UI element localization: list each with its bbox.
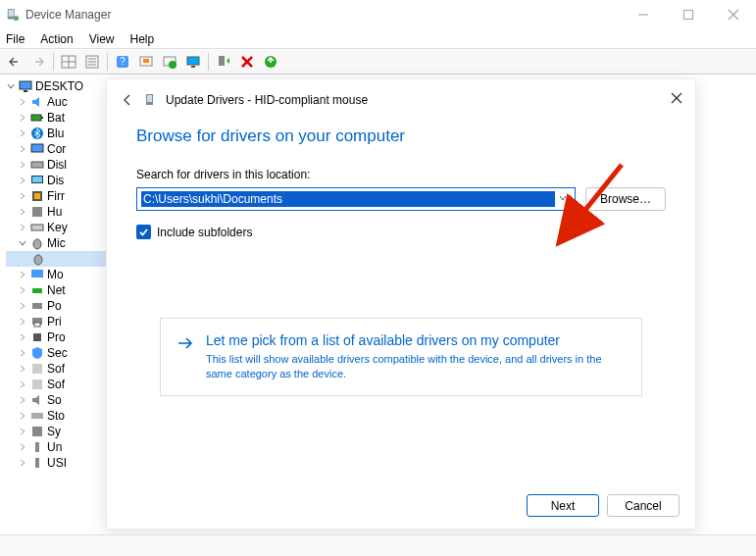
monitor-button[interactable] bbox=[182, 51, 204, 73]
chevron-right-icon bbox=[18, 317, 27, 327]
display-icon bbox=[30, 174, 44, 187]
window-titlebar: Device Manager bbox=[0, 0, 756, 29]
keyboard-icon bbox=[30, 221, 44, 234]
scan-button[interactable] bbox=[135, 51, 157, 73]
menu-action[interactable]: Action bbox=[40, 32, 73, 46]
browse-button[interactable]: Browse… bbox=[585, 187, 666, 211]
dialog-close-button[interactable] bbox=[666, 87, 687, 109]
svg-rect-28 bbox=[31, 115, 41, 121]
status-bar bbox=[0, 534, 756, 556]
storage-icon bbox=[30, 409, 44, 423]
option-title: Let me pick from a list of available dri… bbox=[206, 332, 624, 348]
dialog-footer: Next Cancel bbox=[527, 494, 680, 517]
pick-from-list-option[interactable]: Let me pick from a list of available dri… bbox=[160, 318, 642, 396]
driver-path-input[interactable] bbox=[141, 191, 555, 207]
chevron-right-icon bbox=[18, 160, 27, 170]
cancel-button[interactable]: Cancel bbox=[607, 494, 680, 517]
chevron-right-icon bbox=[18, 379, 27, 389]
svg-rect-43 bbox=[32, 303, 42, 309]
chevron-right-icon bbox=[18, 411, 27, 421]
printer-icon bbox=[30, 315, 44, 329]
monitor-icon bbox=[30, 268, 44, 281]
chevron-right-icon bbox=[18, 270, 27, 279]
svg-rect-46 bbox=[33, 333, 41, 341]
usb-icon bbox=[30, 440, 44, 454]
chevron-right-icon bbox=[18, 113, 27, 123]
svg-text:?: ? bbox=[120, 56, 126, 67]
chevron-down-icon bbox=[18, 238, 27, 248]
svg-rect-1 bbox=[9, 10, 14, 17]
svg-rect-49 bbox=[31, 413, 43, 419]
driver-icon bbox=[144, 93, 158, 107]
checkbox-checked-icon bbox=[136, 225, 151, 239]
svg-rect-22 bbox=[219, 56, 225, 66]
menubar: File Action View Help bbox=[0, 29, 756, 49]
dialog-back-button[interactable] bbox=[119, 91, 136, 109]
device-scan-button[interactable] bbox=[213, 51, 234, 73]
show-hidden-button[interactable] bbox=[58, 51, 79, 73]
chevron-down-icon[interactable] bbox=[555, 192, 571, 206]
computer-icon bbox=[19, 79, 32, 93]
maximize-button[interactable] bbox=[666, 0, 711, 29]
bluetooth-icon bbox=[30, 126, 44, 140]
software-icon bbox=[30, 378, 44, 391]
arrow-right-icon bbox=[175, 332, 196, 381]
uninstall-button[interactable] bbox=[236, 51, 258, 73]
svg-rect-42 bbox=[32, 288, 42, 293]
chevron-right-icon bbox=[18, 285, 27, 295]
mouse-icon bbox=[30, 236, 44, 250]
security-icon bbox=[30, 346, 44, 360]
menu-view[interactable]: View bbox=[89, 32, 115, 46]
svg-point-40 bbox=[34, 255, 42, 265]
svg-rect-29 bbox=[41, 117, 43, 119]
chevron-right-icon bbox=[18, 144, 27, 154]
mouse-icon bbox=[31, 252, 45, 266]
search-label: Search for drivers in this location: bbox=[136, 168, 666, 181]
sound-icon bbox=[30, 393, 44, 407]
usb-icon bbox=[30, 456, 44, 470]
next-button[interactable]: Next bbox=[527, 494, 599, 517]
firmware-icon bbox=[30, 189, 44, 203]
menu-help[interactable]: Help bbox=[130, 32, 155, 46]
toolbar: ? bbox=[0, 49, 756, 75]
svg-rect-45 bbox=[34, 323, 40, 327]
svg-rect-31 bbox=[31, 144, 43, 152]
chevron-right-icon bbox=[18, 191, 27, 201]
dialog-heading: Browse for drivers on your computer bbox=[107, 109, 695, 146]
svg-rect-52 bbox=[35, 458, 39, 468]
back-button[interactable] bbox=[4, 51, 25, 73]
svg-rect-26 bbox=[20, 81, 31, 89]
chevron-right-icon bbox=[18, 395, 27, 405]
app-icon bbox=[6, 8, 20, 22]
dialog-body: Search for drivers in this location: Bro… bbox=[107, 146, 695, 396]
port-icon bbox=[30, 299, 44, 313]
enable-button[interactable] bbox=[260, 51, 281, 73]
chevron-right-icon bbox=[18, 128, 27, 138]
svg-rect-56 bbox=[147, 95, 152, 102]
forward-button[interactable] bbox=[27, 51, 49, 73]
chevron-right-icon bbox=[18, 176, 27, 185]
update-button[interactable] bbox=[159, 51, 180, 73]
chevron-right-icon bbox=[18, 301, 27, 311]
checkbox-label: Include subfolders bbox=[157, 226, 252, 239]
audio-icon bbox=[30, 95, 44, 109]
chevron-down-icon bbox=[6, 81, 16, 91]
svg-rect-37 bbox=[32, 207, 42, 217]
include-subfolders-checkbox[interactable]: Include subfolders bbox=[136, 225, 666, 239]
close-button[interactable] bbox=[711, 0, 756, 29]
dialog-header: Update Drivers - HID-compliant mouse bbox=[107, 79, 695, 109]
help-button[interactable]: ? bbox=[112, 51, 133, 73]
svg-rect-34 bbox=[32, 177, 42, 182]
svg-rect-20 bbox=[187, 57, 199, 65]
svg-rect-51 bbox=[35, 442, 39, 452]
chevron-right-icon bbox=[18, 332, 27, 342]
properties-button[interactable] bbox=[81, 51, 103, 73]
svg-rect-38 bbox=[31, 225, 43, 230]
minimize-button[interactable] bbox=[621, 0, 666, 29]
driver-path-combobox[interactable] bbox=[136, 187, 576, 211]
menu-file[interactable]: File bbox=[6, 32, 25, 46]
svg-point-39 bbox=[33, 239, 41, 249]
chevron-right-icon bbox=[18, 442, 27, 452]
svg-rect-48 bbox=[32, 379, 42, 389]
svg-rect-17 bbox=[143, 59, 149, 63]
